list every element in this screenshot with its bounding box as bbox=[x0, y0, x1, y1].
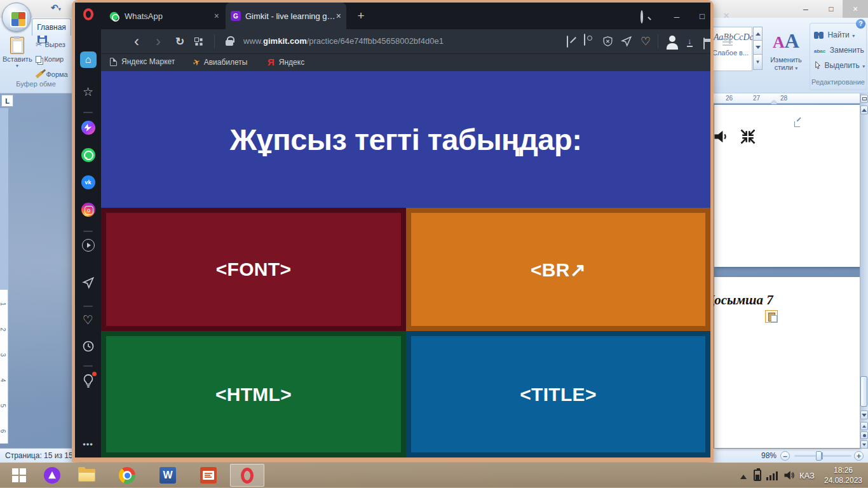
styles-scroll-up-button[interactable] bbox=[753, 27, 763, 41]
select-button[interactable]: Выделить ▾ bbox=[814, 59, 865, 71]
window-close-button[interactable]: × bbox=[715, 3, 738, 29]
answer-tile-br[interactable]: <BR↗ bbox=[406, 208, 710, 331]
new-tab-button[interactable]: + bbox=[353, 8, 369, 24]
taskbar-powerpoint-button[interactable] bbox=[193, 464, 224, 487]
camera-icon bbox=[584, 34, 585, 46]
sidebar-item-speed-dial[interactable]: ☆ bbox=[75, 85, 101, 99]
tray-network[interactable] bbox=[766, 471, 779, 480]
select-label: Выделить bbox=[824, 61, 859, 70]
format-painter-button[interactable]: Форма bbox=[36, 68, 68, 79]
dialog-launcher-icon[interactable] bbox=[794, 121, 800, 127]
my-flow-button[interactable] bbox=[621, 36, 632, 50]
undo-icon[interactable]: ↶▾ bbox=[51, 3, 61, 13]
paste-options-button[interactable] bbox=[765, 310, 778, 323]
word-tab-home[interactable]: Главная bbox=[32, 18, 71, 36]
back-button[interactable]: ‹ bbox=[128, 32, 146, 51]
zoom-slider-notch bbox=[822, 452, 823, 459]
bookmark-yandex[interactable]: Я Яндекс bbox=[268, 57, 304, 67]
taskbar-alice-button[interactable] bbox=[37, 464, 67, 487]
sidebar-item-instagram[interactable] bbox=[75, 203, 101, 217]
sidebar-item-whatsapp[interactable] bbox=[75, 148, 101, 162]
replace-button[interactable]: abac Заменить bbox=[814, 44, 864, 55]
window-maximize-button[interactable]: □ bbox=[691, 3, 714, 29]
answer-tile-html[interactable]: <HTML> bbox=[101, 331, 406, 458]
zoom-slider-track[interactable] bbox=[794, 455, 851, 457]
sidebar-item-player[interactable] bbox=[75, 239, 101, 252]
office-button[interactable] bbox=[2, 3, 31, 32]
search-tabs-button[interactable] bbox=[641, 11, 643, 23]
next-page-button[interactable] bbox=[860, 440, 868, 449]
indent-marker-icon[interactable] bbox=[771, 97, 777, 104]
tray-language[interactable]: КАЗ bbox=[799, 463, 815, 488]
scrollbar-thumb[interactable] bbox=[860, 376, 867, 407]
sidebar-item-history[interactable] bbox=[75, 340, 101, 353]
tab-stop-selector[interactable]: L bbox=[1, 95, 13, 107]
taskbar-word-button[interactable]: W bbox=[153, 464, 183, 487]
taskbar-explorer-button[interactable] bbox=[71, 464, 102, 487]
downloads-button[interactable]: ↓ bbox=[687, 35, 693, 46]
word-restore-button[interactable]: □ bbox=[818, 0, 844, 18]
ruler-toggle-button[interactable] bbox=[860, 95, 868, 103]
sidebar-more-button[interactable]: ••• bbox=[75, 440, 101, 449]
help-button[interactable]: ? bbox=[856, 19, 865, 29]
sidebar-item-start-page[interactable]: ⌂ bbox=[75, 51, 101, 68]
sidebar-divider bbox=[83, 231, 93, 232]
snapshot-button[interactable] bbox=[584, 34, 585, 46]
copy-button[interactable]: Копир bbox=[36, 53, 64, 64]
change-styles-button[interactable]: АА Изменить стили ▾ bbox=[765, 29, 807, 71]
previous-page-button[interactable] bbox=[860, 422, 868, 430]
zoom-out-button[interactable]: – bbox=[780, 451, 790, 461]
battery-saver-button[interactable] bbox=[703, 38, 705, 50]
format-painter-icon bbox=[36, 71, 43, 79]
select-browse-object-button[interactable] bbox=[860, 431, 868, 439]
select-dropdown-icon: ▾ bbox=[862, 64, 865, 69]
tab-close-icon[interactable]: × bbox=[214, 11, 219, 21]
zoom-in-button[interactable]: + bbox=[854, 451, 864, 461]
tray-battery[interactable] bbox=[754, 470, 761, 481]
bookmark-yandex-market[interactable]: Яндекс Маркет bbox=[110, 57, 175, 66]
bookmark-aviabilety[interactable]: ✈ Авиабилеты bbox=[193, 57, 247, 67]
tab-gimkit-active[interactable]: G Gimkit - live learning game × bbox=[226, 3, 346, 29]
forward-button[interactable]: › bbox=[149, 32, 167, 51]
word-close-button[interactable]: × bbox=[843, 0, 868, 18]
find-button[interactable]: Найти ▾ bbox=[814, 29, 855, 40]
page-indicator[interactable]: Страница: 15 из 15 bbox=[5, 451, 73, 460]
word-icon: W bbox=[159, 467, 176, 484]
tab-close-icon[interactable]: × bbox=[336, 11, 341, 21]
scroll-down-button[interactable] bbox=[860, 410, 868, 419]
cut-button[interactable]: ✂ Вырез bbox=[36, 38, 65, 50]
easy-setup-pin-button[interactable] bbox=[567, 36, 568, 48]
tab-whatsapp[interactable]: WhatsApp × bbox=[104, 3, 224, 29]
replace-label: Заменить bbox=[830, 46, 864, 55]
tray-volume[interactable] bbox=[783, 469, 796, 484]
window-minimize-button[interactable]: – bbox=[665, 3, 688, 29]
zoom-level[interactable]: 98% bbox=[761, 451, 776, 460]
answer-tile-title[interactable]: <TITLE> bbox=[406, 331, 710, 458]
sidebar-item-whats-new[interactable] bbox=[75, 373, 101, 391]
tray-hidden-icons-button[interactable] bbox=[736, 463, 751, 488]
zoom-slider-thumb[interactable] bbox=[816, 451, 822, 461]
sidebar-item-my-flow[interactable] bbox=[75, 276, 101, 289]
address-bar[interactable]: www.gimkit.com/practice/64e74ffbb4565800… bbox=[243, 36, 444, 46]
adblock-button[interactable] bbox=[602, 36, 613, 50]
word-minimize-button[interactable]: – bbox=[793, 0, 818, 18]
taskbar-opera-button[interactable] bbox=[230, 464, 264, 487]
binoculars-icon bbox=[814, 32, 818, 39]
page-icon bbox=[110, 58, 117, 66]
paste-button[interactable]: Вставить ▾ bbox=[3, 37, 32, 69]
sidebar-item-vk[interactable]: vk bbox=[75, 175, 101, 189]
sidebar-item-messenger[interactable] bbox=[75, 121, 101, 135]
bookmark-page-button[interactable]: ♡ bbox=[638, 33, 653, 50]
reload-button[interactable]: ↻ bbox=[171, 32, 189, 51]
answer-tile-font[interactable]: <FONT> bbox=[101, 208, 406, 331]
tray-clock[interactable]: 18:26 24.08.2023 bbox=[821, 465, 865, 485]
styles-scroll-down-button[interactable] bbox=[753, 41, 763, 55]
start-button[interactable] bbox=[4, 464, 34, 487]
whatsapp-icon bbox=[81, 148, 95, 162]
scroll-up-button[interactable] bbox=[860, 105, 868, 114]
sidebar-item-bookmarks[interactable]: ♡ bbox=[75, 313, 101, 327]
styles-more-button[interactable]: ▼ bbox=[753, 55, 763, 70]
vruler-1: 1 bbox=[0, 302, 6, 306]
toolbar-divider bbox=[214, 34, 215, 48]
taskbar-chrome-button[interactable] bbox=[112, 464, 142, 487]
